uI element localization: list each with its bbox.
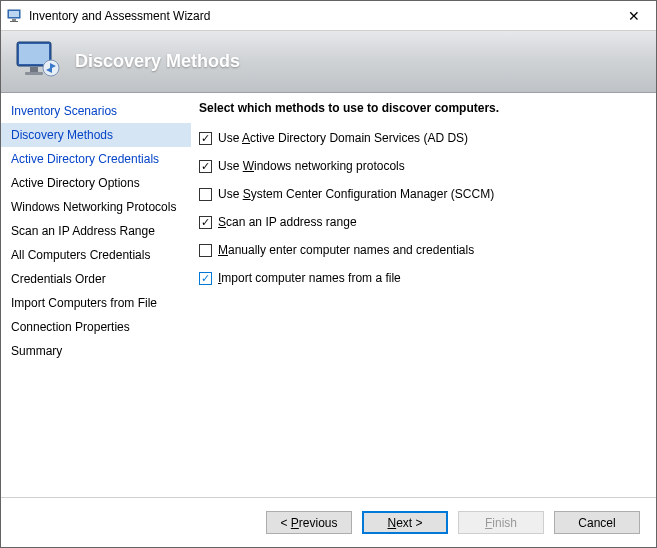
main-heading: Select which methods to use to discover … (199, 101, 640, 115)
sidebar-item-1[interactable]: Discovery Methods (1, 123, 191, 147)
previous-button[interactable]: < Previous (266, 511, 352, 534)
option-label-0[interactable]: Use Active Directory Domain Services (AD… (218, 131, 468, 145)
app-icon (7, 8, 23, 24)
close-icon: ✕ (628, 8, 640, 24)
wizard-sidebar: Inventory ScenariosDiscovery MethodsActi… (1, 93, 191, 497)
option-label-1[interactable]: Use Windows networking protocols (218, 159, 405, 173)
check-icon: ✓ (201, 160, 210, 173)
wizard-footer: < Previous Next > Finish Cancel (1, 497, 656, 547)
next-button[interactable]: Next > (362, 511, 448, 534)
sidebar-item-0[interactable]: Inventory Scenarios (1, 99, 191, 123)
svg-rect-7 (25, 72, 43, 75)
check-icon: ✓ (201, 132, 210, 145)
discovery-option-4: Manually enter computer names and creden… (199, 243, 640, 257)
checkbox-4[interactable] (199, 244, 212, 257)
checkbox-1[interactable]: ✓ (199, 160, 212, 173)
wizard-body: Inventory ScenariosDiscovery MethodsActi… (1, 93, 656, 497)
checkbox-2[interactable] (199, 188, 212, 201)
wizard-main: Select which methods to use to discover … (191, 93, 656, 497)
monitor-icon (15, 38, 61, 85)
svg-rect-6 (30, 67, 38, 72)
svg-rect-1 (9, 11, 19, 17)
sidebar-item-5: Scan an IP Address Range (1, 219, 191, 243)
sidebar-item-6: All Computers Credentials (1, 243, 191, 267)
checkbox-0[interactable]: ✓ (199, 132, 212, 145)
close-button[interactable]: ✕ (611, 1, 656, 31)
option-label-3[interactable]: Scan an IP address range (218, 215, 357, 229)
cancel-button[interactable]: Cancel (554, 511, 640, 534)
discovery-option-0: ✓Use Active Directory Domain Services (A… (199, 131, 640, 145)
svg-rect-5 (19, 44, 49, 64)
check-icon: ✓ (201, 216, 210, 229)
sidebar-item-9: Connection Properties (1, 315, 191, 339)
discovery-option-3: ✓Scan an IP address range (199, 215, 640, 229)
check-icon: ✓ (201, 272, 210, 285)
discovery-option-2: Use System Center Configuration Manager … (199, 187, 640, 201)
banner-heading: Discovery Methods (75, 51, 240, 72)
checkbox-5[interactable]: ✓ (199, 272, 212, 285)
checkbox-3[interactable]: ✓ (199, 216, 212, 229)
option-label-2[interactable]: Use System Center Configuration Manager … (218, 187, 494, 201)
titlebar: Inventory and Assessment Wizard ✕ (1, 1, 656, 31)
svg-rect-3 (10, 21, 18, 22)
sidebar-item-3: Active Directory Options (1, 171, 191, 195)
wizard-banner: Discovery Methods (1, 31, 656, 93)
discovery-option-1: ✓Use Windows networking protocols (199, 159, 640, 173)
discovery-option-5: ✓Import computer names from a file (199, 271, 640, 285)
sidebar-item-4: Windows Networking Protocols (1, 195, 191, 219)
sidebar-item-2[interactable]: Active Directory Credentials (1, 147, 191, 171)
svg-rect-2 (12, 19, 16, 21)
sidebar-item-10: Summary (1, 339, 191, 363)
option-label-4[interactable]: Manually enter computer names and creden… (218, 243, 474, 257)
discovery-options: ✓Use Active Directory Domain Services (A… (199, 131, 640, 285)
finish-button: Finish (458, 511, 544, 534)
sidebar-item-8: Import Computers from File (1, 291, 191, 315)
window-title: Inventory and Assessment Wizard (29, 9, 611, 23)
sidebar-item-7: Credentials Order (1, 267, 191, 291)
option-label-5[interactable]: Import computer names from a file (218, 271, 401, 285)
